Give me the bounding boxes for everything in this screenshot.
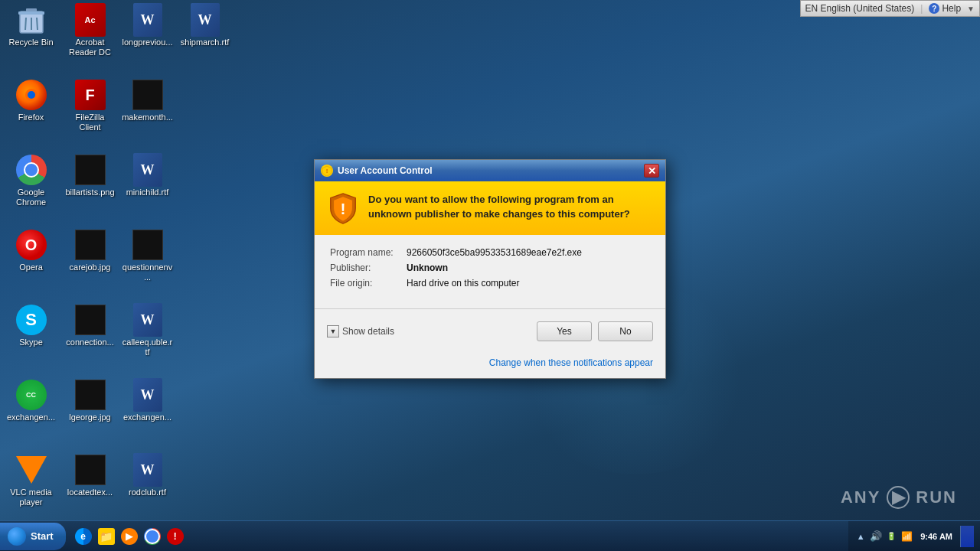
svg-text:!: !: [326, 168, 328, 174]
uac-shield-icon: !: [327, 192, 359, 224]
publisher-label: Publisher:: [330, 262, 407, 273]
uac-actions: ▼ Show details Yes No: [315, 317, 665, 349]
file-origin-value: Hard drive on this computer: [407, 278, 519, 289]
file-origin-label: File origin:: [330, 278, 407, 289]
dialog-title-text: User Account Control: [338, 165, 433, 176]
uac-divider: [315, 308, 665, 309]
svg-text:!: !: [341, 200, 346, 217]
program-name-value: 9266050f3ce5ba99533531689eae7e2f.exe: [407, 247, 582, 258]
uac-details: Program name: 9266050f3ce5ba99533531689e…: [315, 235, 665, 301]
uac-bottom: Change when these notifications appear: [315, 349, 665, 378]
yes-button[interactable]: Yes: [537, 321, 592, 341]
uac-dialog: ! User Account Control ✕ ! Do: [314, 159, 666, 379]
show-details-arrow-icon: ▼: [327, 325, 339, 337]
show-details-button[interactable]: ▼ Show details: [327, 325, 394, 337]
dialog-title-left: ! User Account Control: [321, 165, 433, 177]
uac-title-icon: !: [321, 165, 333, 177]
program-name-label: Program name:: [330, 247, 407, 258]
dialog-close-button[interactable]: ✕: [644, 164, 659, 178]
no-button[interactable]: No: [598, 321, 653, 341]
dialog-titlebar: ! User Account Control ✕: [315, 160, 665, 181]
change-notifications-link[interactable]: Change when these notifications appear: [489, 357, 653, 368]
show-details-label: Show details: [342, 326, 394, 337]
uac-row-program: Program name: 9266050f3ce5ba99533531689e…: [330, 247, 650, 258]
uac-warning-banner: ! Do you want to allow the following pro…: [315, 181, 665, 235]
publisher-value: Unknown: [407, 262, 448, 273]
dialog-overlay: ! User Account Control ✕ ! Do: [0, 0, 980, 551]
uac-row-publisher: Publisher: Unknown: [330, 262, 650, 273]
uac-buttons: Yes No: [537, 321, 653, 341]
uac-row-fileorigin: File origin: Hard drive on this computer: [330, 278, 650, 289]
uac-question-text: Do you want to allow the following progr…: [368, 192, 653, 221]
desktop: Recycle Bin Firefox Google Chrome O Oper…: [0, 0, 980, 551]
